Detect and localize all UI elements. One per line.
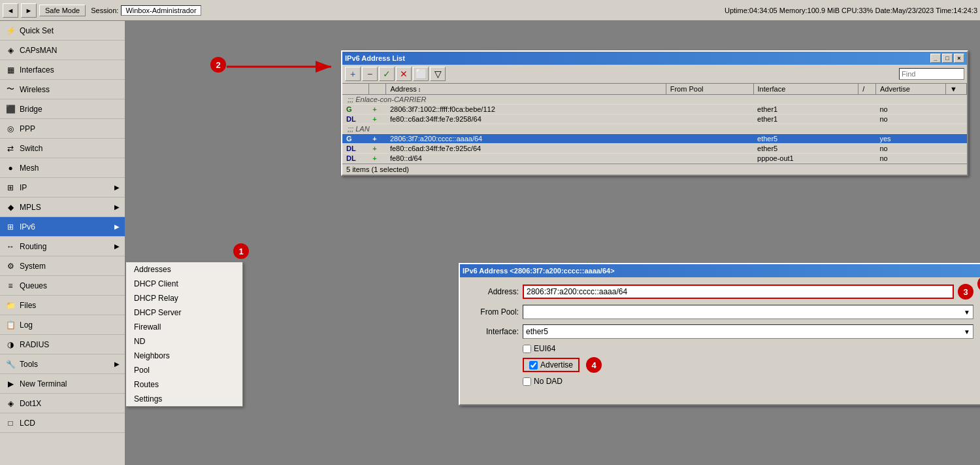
col-slash[interactable]: / (858, 84, 876, 95)
table-row[interactable]: DL+fe80::c6ad:34ff:fe7e:925c/64ether5no (342, 144, 967, 154)
list-toolbar: + − ✓ ✕ ⬜ ▽ (342, 65, 967, 84)
menu-item-neighbors[interactable]: Neighbors (126, 349, 242, 363)
col-flags[interactable] (342, 84, 368, 95)
sidebar-item-label-system: System (20, 262, 46, 271)
col-interface[interactable]: Interface (753, 84, 858, 95)
sidebar-item-mpls[interactable]: ◆MPLS▶ (0, 198, 125, 217)
mpls-icon: ◆ (5, 202, 16, 213)
col-expand[interactable]: ▼ (945, 84, 966, 95)
log-icon: 📋 (5, 320, 16, 330)
sidebar-item-routing[interactable]: ↔Routing▶ (0, 237, 125, 256)
sidebar-item-wireless[interactable]: 〜Wireless (0, 80, 125, 99)
table-row[interactable]: G+2806:3f7:1002::ffff:f0ca:bebe/112ether… (342, 105, 967, 114)
col-dot[interactable] (368, 84, 386, 95)
sidebar-item-switch[interactable]: ⇄Switch (0, 139, 125, 158)
from-pool-select[interactable]: ▼ (523, 305, 973, 319)
section-row: ;;; LAN (342, 124, 967, 134)
sidebar-item-label-quick-set: Quick Set (20, 26, 54, 35)
check-btn[interactable]: ✓ (379, 67, 395, 81)
menu-item-nd[interactable]: ND (126, 334, 242, 349)
sidebar-item-label-files: Files (20, 301, 36, 310)
list-minimize-btn[interactable]: _ (930, 54, 941, 63)
sidebar-item-queues[interactable]: ≡Queues (0, 276, 125, 296)
sidebar-item-files[interactable]: 📁Files (0, 296, 125, 315)
back-button[interactable]: ◄ (3, 3, 18, 18)
table-header-row: Address↕ From Pool Interface / Advertise… (342, 84, 967, 95)
sidebar-item-new-terminal[interactable]: ▶New Terminal (0, 374, 125, 394)
no-dad-checkbox[interactable] (523, 377, 531, 386)
sidebar-item-interfaces[interactable]: ▦Interfaces (0, 60, 125, 80)
list-status: 5 items (1 selected) (342, 164, 967, 175)
filter-btn[interactable]: ▽ (430, 67, 446, 81)
cross-btn[interactable]: ✕ (396, 67, 412, 81)
lcd-icon: □ (5, 418, 16, 428)
interface-value: ether5 (526, 327, 548, 336)
menu-item-dhcp-relay[interactable]: DHCP Relay (126, 291, 242, 305)
session-value: Winbox-Administrador (121, 5, 201, 16)
menu-item-dhcp-server[interactable]: DHCP Server (126, 305, 242, 320)
sidebar-item-label-ipv6: IPv6 (20, 222, 35, 232)
sidebar-item-ipv6[interactable]: ⊞IPv6▶ (0, 217, 125, 237)
col-from-pool[interactable]: From Pool (666, 84, 753, 95)
ipv6-dropdown-menu: AddressesDHCP ClientDHCP RelayDHCP Serve… (125, 262, 243, 407)
queues-icon: ≡ (5, 281, 16, 291)
tools-icon: 🔧 (5, 359, 16, 370)
interface-select[interactable]: ether5 ▼ (523, 324, 973, 339)
sidebar-item-arrow-ip: ▶ (114, 184, 120, 191)
sidebar-item-label-tools: Tools (20, 360, 38, 369)
menu-item-dhcp-client[interactable]: DHCP Client (126, 277, 242, 291)
ipv6-icon: ⊞ (5, 222, 16, 232)
ipv6-edit-window: IPv6 Address <2806:3f7:a200:cccc::aaaa/6… (459, 263, 980, 405)
interfaces-icon: ▦ (5, 65, 16, 75)
table-row[interactable]: DL+fe80::c6ad:34ff:fe7e:9258/64ether1no (342, 114, 967, 124)
sidebar-item-mesh[interactable]: ●Mesh (0, 158, 125, 178)
ipv6-list-window: IPv6 Address List _ □ × + − ✓ ✕ ⬜ ▽ (341, 50, 968, 176)
sidebar-item-log[interactable]: 📋Log (0, 315, 125, 335)
find-input[interactable] (899, 68, 964, 80)
radius-icon: ◑ (5, 339, 16, 350)
eui64-label: EUI64 (534, 344, 555, 353)
sidebar-item-capsman[interactable]: ◈CAPsMAN (0, 41, 125, 60)
sidebar-item-arrow-ipv6: ▶ (114, 223, 120, 230)
sidebar-item-system[interactable]: ⚙System (0, 256, 125, 276)
sidebar-item-tools[interactable]: 🔧Tools▶ (0, 354, 125, 374)
menu-item-firewall[interactable]: Firewall (126, 320, 242, 334)
menu-item-pool[interactable]: Pool (126, 363, 242, 377)
sidebar-item-ip[interactable]: ⊞IP▶ (0, 178, 125, 198)
top-bar: ◄ ► Safe Mode Session: Winbox-Administra… (0, 0, 980, 21)
advertise-checkbox[interactable] (529, 361, 538, 370)
sidebar-item-label-bridge: Bridge (20, 105, 42, 114)
col-address[interactable]: Address↕ (386, 84, 666, 95)
col-advertise[interactable]: Advertise (875, 84, 945, 95)
sidebar-item-bridge[interactable]: ⬛Bridge (0, 99, 125, 119)
edit-form: Address: 3 From Pool: ▼ (460, 277, 980, 404)
advertise-label: Advertise (540, 360, 573, 370)
sidebar-item-label-ip: IP (20, 183, 27, 192)
table-row[interactable]: G+2806:3f7:a200:cccc::aaaa/64ether5yes (342, 134, 967, 144)
sidebar-item-quick-set[interactable]: ⚡Quick Set (0, 21, 125, 41)
sidebar-item-ppp[interactable]: ◎PPP (0, 119, 125, 139)
add-btn[interactable]: + (345, 67, 361, 81)
forward-button[interactable]: ► (21, 3, 37, 18)
copy-toolbar-btn[interactable]: ⬜ (413, 67, 429, 81)
address-field[interactable] (523, 284, 954, 299)
table-row[interactable]: DL+fe80::d/64pppoe-out1no (342, 154, 967, 164)
eui64-row: EUI64 (523, 344, 973, 353)
safe-mode-button[interactable]: Safe Mode (39, 5, 86, 16)
sidebar: ⚡Quick Set◈CAPsMAN▦Interfaces〜Wireless⬛B… (0, 21, 125, 465)
eui64-checkbox[interactable] (523, 345, 531, 353)
menu-item-addresses[interactable]: Addresses (126, 262, 242, 277)
sidebar-item-dot1x[interactable]: ◈Dot1X (0, 394, 125, 413)
address-row: Address: 3 (466, 284, 973, 300)
menu-item-settings[interactable]: Settings (126, 392, 242, 406)
sidebar-item-label-interfaces: Interfaces (20, 65, 54, 75)
menu-item-routes[interactable]: Routes (126, 377, 242, 392)
sidebar-item-arrow-mpls: ▶ (114, 203, 120, 211)
ipv6-edit-titlebar: IPv6 Address <2806:3f7:a200:cccc::aaaa/6… (460, 264, 980, 277)
sidebar-item-radius[interactable]: ◑RADIUS (0, 335, 125, 354)
list-maximize-btn[interactable]: □ (942, 54, 953, 63)
sidebar-item-lcd[interactable]: □LCD (0, 413, 125, 433)
list-close-btn[interactable]: × (954, 54, 964, 63)
remove-btn[interactable]: − (362, 67, 378, 81)
interface-arrow: ▼ (964, 328, 970, 336)
